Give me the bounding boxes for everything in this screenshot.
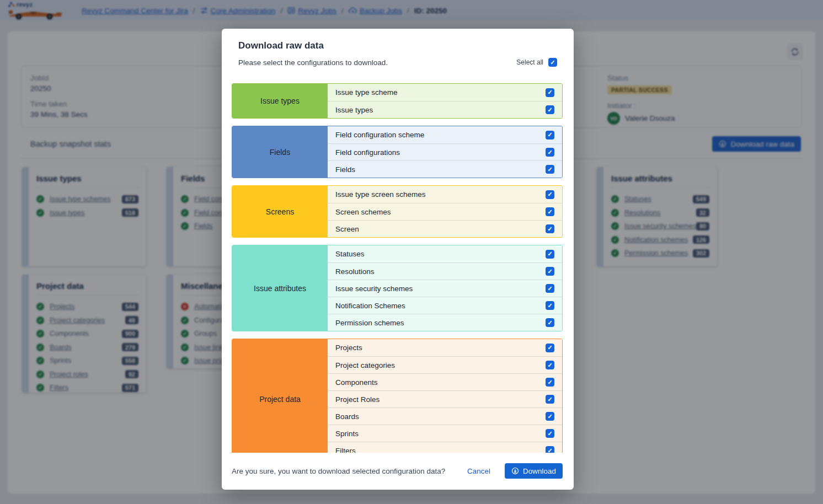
config-row-label: Fields xyxy=(335,165,355,174)
config-row-checkbox[interactable]: ✓ xyxy=(546,88,554,97)
config-row-checkbox[interactable]: ✓ xyxy=(546,395,554,404)
config-row-checkbox[interactable]: ✓ xyxy=(546,165,554,174)
download-button[interactable]: Download xyxy=(505,463,563,479)
config-row-checkbox[interactable]: ✓ xyxy=(546,250,554,259)
config-row-checkbox[interactable]: ✓ xyxy=(546,148,554,157)
config-row: Issue types✓ xyxy=(328,101,562,118)
config-row-checkbox[interactable]: ✓ xyxy=(546,378,554,387)
config-group-screens: ScreensIssue type screen schemes✓Screen … xyxy=(232,185,563,238)
config-row-label: Projects xyxy=(335,344,362,352)
config-row-checkbox[interactable]: ✓ xyxy=(546,361,554,369)
config-row-label: Issue type screen schemes xyxy=(335,190,426,199)
config-row-checkbox[interactable]: ✓ xyxy=(546,267,554,276)
config-row-label: Issue type scheme xyxy=(335,88,398,96)
config-row: Notification Schemes✓ xyxy=(328,297,562,314)
config-row-label: Resolutions xyxy=(335,267,375,276)
config-row: Resolutions✓ xyxy=(328,262,562,280)
cancel-button[interactable]: Cancel xyxy=(467,467,490,475)
select-all-label: Select all xyxy=(516,58,543,66)
config-row-label: Issue security schemes xyxy=(335,285,413,293)
config-group-issue-types: Issue typesIssue type scheme✓Issue types… xyxy=(232,83,563,119)
config-row: Screen✓ xyxy=(328,220,562,237)
config-row-checkbox[interactable]: ✓ xyxy=(546,207,554,216)
config-row-checkbox[interactable]: ✓ xyxy=(546,318,554,327)
config-group-rows: Statuses✓Resolutions✓Issue security sche… xyxy=(328,245,562,331)
config-row: Permission schemes✓ xyxy=(328,314,562,331)
config-group-rows: Issue type screen schemes✓Screen schemes… xyxy=(328,186,562,237)
config-row: Fields✓ xyxy=(328,160,562,178)
config-row-label: Sprints xyxy=(335,430,359,438)
config-row-label: Field configuration scheme xyxy=(335,131,424,139)
select-all-control: Select all ✓ xyxy=(516,58,557,67)
modal-subtitle: Please select the configurations to down… xyxy=(238,58,388,67)
modal-footer: Are you sure, you want to download selec… xyxy=(222,455,574,490)
configuration-groups: Issue typesIssue type scheme✓Issue types… xyxy=(222,83,574,453)
config-row-checkbox[interactable]: ✓ xyxy=(546,131,554,140)
config-row-label: Project Roles xyxy=(335,395,380,404)
config-row-label: Filters xyxy=(335,447,356,453)
config-row-label: Issue types xyxy=(335,106,373,114)
config-row: Field configurations✓ xyxy=(328,143,562,160)
config-group-label: Screens xyxy=(232,186,328,237)
config-row-label: Permission schemes xyxy=(335,319,404,327)
config-row: Field configuration scheme✓ xyxy=(328,126,562,143)
config-row-label: Notification Schemes xyxy=(335,302,405,310)
download-icon xyxy=(511,467,519,475)
config-row-label: Boards xyxy=(335,412,359,421)
config-row-checkbox[interactable]: ✓ xyxy=(546,301,554,310)
config-row: Sprints✓ xyxy=(328,425,562,442)
config-group-fields: FieldsField configuration scheme✓Field c… xyxy=(232,126,563,178)
config-group-rows: Issue type scheme✓Issue types✓ xyxy=(328,84,562,118)
config-group-label: Project data xyxy=(232,339,328,453)
config-row-checkbox[interactable]: ✓ xyxy=(546,429,554,438)
config-row: Projects✓ xyxy=(328,339,562,356)
config-group-label: Issue types xyxy=(232,84,328,118)
config-row: Screen schemes✓ xyxy=(328,203,562,220)
config-row-checkbox[interactable]: ✓ xyxy=(546,224,554,233)
download-button-label: Download xyxy=(523,467,556,475)
config-row: Boards✓ xyxy=(328,408,562,425)
config-row-label: Screen schemes xyxy=(335,208,391,216)
confirm-question: Are you sure, you want to download selec… xyxy=(232,467,467,475)
config-row: Filters✓ xyxy=(328,442,562,453)
config-row: Project Roles✓ xyxy=(328,390,562,408)
config-row-checkbox[interactable]: ✓ xyxy=(546,190,554,199)
config-group-issue-attributes: Issue attributesStatuses✓Resolutions✓Iss… xyxy=(232,245,563,331)
config-row-checkbox[interactable]: ✓ xyxy=(546,105,554,114)
config-row-label: Field configurations xyxy=(335,148,400,157)
config-group-project-data: Project dataProjects✓Project categories✓… xyxy=(232,339,563,453)
config-row: Project categories✓ xyxy=(328,356,562,373)
config-row-checkbox[interactable]: ✓ xyxy=(546,446,554,453)
config-row-label: Components xyxy=(335,378,378,387)
config-row: Issue security schemes✓ xyxy=(328,280,562,297)
config-row-label: Screen xyxy=(335,225,359,233)
config-row-label: Statuses xyxy=(335,250,365,258)
download-raw-data-modal: Download raw data Please select the conf… xyxy=(222,29,574,490)
config-row-checkbox[interactable]: ✓ xyxy=(546,412,554,421)
config-row-checkbox[interactable]: ✓ xyxy=(546,284,554,293)
config-group-label: Fields xyxy=(232,126,328,178)
select-all-checkbox[interactable]: ✓ xyxy=(548,58,557,67)
config-row: Issue type scheme✓ xyxy=(328,84,562,101)
config-row: Statuses✓ xyxy=(328,245,562,262)
config-row-checkbox[interactable]: ✓ xyxy=(546,344,554,352)
config-group-rows: Projects✓Project categories✓Components✓P… xyxy=(328,339,562,453)
config-row: Components✓ xyxy=(328,373,562,390)
config-row-label: Project categories xyxy=(335,361,395,369)
modal-title: Download raw data xyxy=(238,40,557,51)
config-group-label: Issue attributes xyxy=(232,245,328,331)
config-group-rows: Field configuration scheme✓Field configu… xyxy=(328,126,562,178)
config-row: Issue type screen schemes✓ xyxy=(328,186,562,203)
